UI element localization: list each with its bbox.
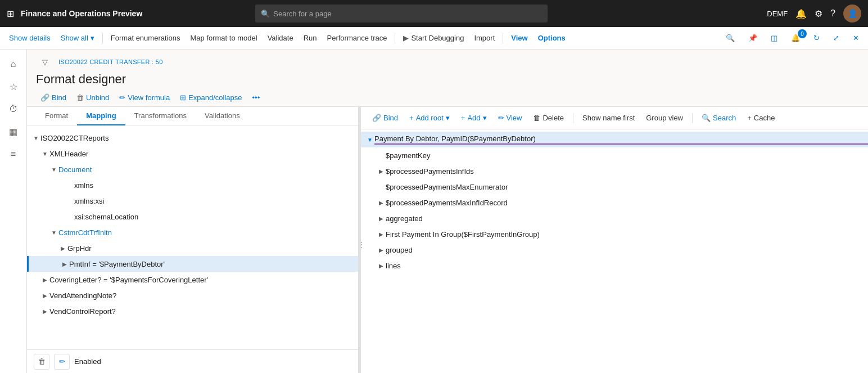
add-root-button[interactable]: + Add root ▾ — [405, 111, 454, 124]
tree-item-xmlheader[interactable]: ▼ XMLHeader — [27, 146, 358, 161]
right-pane: 🔗 Bind + Add root ▾ + Add ▾ ✏ — [361, 107, 868, 373]
tab-mapping[interactable]: Mapping — [77, 107, 125, 125]
sidebar-icon-table[interactable]: ▦ — [3, 122, 24, 142]
split-pane: Format Mapping Transformations Validatio… — [27, 107, 868, 373]
tab-validations[interactable]: Validations — [196, 107, 249, 125]
link-icon: 🔗 — [40, 93, 49, 102]
designer-toolbar: 🔗 Bind 🗑 Unbind ✏ View formula ⊞ Expand/… — [27, 89, 868, 107]
tree-item-pmtinf[interactable]: ▶ PmtInf = '$PaymentByDebtor' — [27, 256, 358, 272]
delete-bottom-button[interactable]: 🗑 — [34, 354, 49, 370]
toolbar-search-icon[interactable]: 🔍 — [721, 32, 739, 44]
map-item-lines[interactable]: ▶ lines — [361, 258, 868, 273]
tree-item-vend-attend[interactable]: ▶ VendAttendingNote? — [27, 287, 358, 303]
delete-map-button[interactable]: 🗑 Delete — [528, 111, 568, 124]
bind-button[interactable]: 🔗 Bind — [36, 91, 71, 104]
expand-collapse-button[interactable]: ⊞ Expand/collapse — [175, 91, 246, 104]
map-item-payment-key[interactable]: $paymentKey — [361, 147, 868, 163]
expand-icon-grp: ▶ — [377, 245, 386, 254]
pane-splitter[interactable] — [359, 107, 361, 373]
tab-format[interactable]: Format — [36, 107, 77, 125]
tree-item-xmlns-xsi[interactable]: xmlns:xsi — [27, 193, 358, 209]
view-button[interactable]: View — [507, 32, 532, 44]
map-item-processed-inf[interactable]: ▶ $processedPaymentsInfIds — [361, 163, 868, 179]
group-view-button[interactable]: Group view — [641, 111, 688, 124]
map-item-first-payment[interactable]: ▶ First Payment In Group($FirstPaymentIn… — [361, 226, 868, 242]
expand-icon-pmr: ▶ — [377, 198, 386, 207]
avatar[interactable]: 👤 — [843, 5, 861, 23]
tree-item-cstmr[interactable]: ▼ CstmrCdtTrfInitn — [27, 224, 358, 240]
breadcrumb: ISO20022 CREDIT TRANSFER : 50 — [58, 59, 163, 65]
tree-item-document[interactable]: ▼ Document — [27, 161, 358, 177]
show-details-button[interactable]: Show details — [4, 32, 55, 44]
page-header: ▽ ISO20022 CREDIT TRANSFER : 50 Format d… — [27, 50, 868, 89]
search-icon: 🔍 — [261, 10, 270, 18]
sidebar-icon-list[interactable]: ≡ — [3, 144, 24, 164]
mapping-bind-button[interactable]: 🔗 Bind — [368, 111, 403, 124]
pin-icon[interactable]: 📌 — [744, 32, 762, 44]
left-pane: Format Mapping Transformations Validatio… — [27, 107, 359, 373]
search-map-button[interactable]: 🔍 Search — [697, 111, 740, 124]
gear-icon[interactable]: ⚙ — [815, 8, 822, 19]
help-icon[interactable]: ? — [830, 8, 835, 19]
bell-icon[interactable]: 🔔 — [795, 8, 807, 19]
tree-item-xsi-schema[interactable]: xsi:schemaLocation — [27, 209, 358, 224]
search-bar[interactable]: 🔍 — [255, 5, 548, 23]
expand-icon-ppi: ▶ — [377, 167, 386, 176]
map-item-payment-by-debtor[interactable]: ▼ Payment By Debtor, PaymID($PaymentByDe… — [361, 132, 868, 147]
tree-item-root[interactable]: ▼ ISO20022CTReports — [27, 130, 358, 146]
content-area: ▽ ISO20022 CREDIT TRANSFER : 50 Format d… — [27, 50, 868, 373]
sidebar-icon-home[interactable]: ⌂ — [3, 54, 24, 74]
tab-transformations[interactable]: Transformations — [125, 107, 196, 125]
import-button[interactable]: Import — [469, 32, 499, 44]
tree-item-xmlns[interactable]: xmlns — [27, 177, 358, 193]
show-all-chevron-icon: ▾ — [91, 34, 94, 42]
cache-button[interactable]: + Cache — [743, 111, 779, 124]
unbind-button[interactable]: 🗑 Unbind — [72, 91, 114, 104]
more-options-button[interactable]: ••• — [248, 91, 265, 104]
validate-button[interactable]: Validate — [263, 32, 298, 44]
tree-item-covering[interactable]: ▶ CoveringLetter? = '$PaymentsForCoverin… — [27, 272, 358, 287]
run-button[interactable]: Run — [299, 32, 322, 44]
map-item-processed-max-inf[interactable]: ▶ $processedPaymentsMaxInfIdRecord — [361, 195, 868, 210]
expand-icon-lines: ▶ — [377, 261, 386, 270]
view-icon: ✏ — [498, 114, 504, 122]
map-item-grouped[interactable]: ▶ grouped — [361, 242, 868, 258]
trash-icon: 🗑 — [76, 93, 84, 102]
sidebar-icon-history[interactable]: ⏱ — [3, 99, 24, 119]
expand-icon-covering: ▶ — [40, 275, 49, 284]
expand-icon-pbd: ▼ — [365, 135, 374, 144]
sidebar-icon-star[interactable]: ☆ — [3, 77, 24, 97]
search-input[interactable] — [273, 10, 542, 18]
tree-item-vend-control[interactable]: ▶ VendControlReport? — [27, 303, 358, 319]
spacer-xsi — [65, 212, 74, 221]
map-format-button[interactable]: Map format to model — [186, 32, 261, 44]
map-item-processed-max-enum[interactable]: $processedPaymentsMaxEnumerator — [361, 179, 868, 195]
format-enumerations-button[interactable]: Format enumerations — [106, 32, 185, 44]
refresh-icon[interactable]: ↻ — [809, 32, 824, 44]
show-all-button[interactable]: Show all ▾ — [56, 32, 99, 44]
grid-icon[interactable]: ⊞ — [7, 8, 14, 19]
add-root-icon: + — [409, 114, 414, 122]
sidebar-toggle-icon[interactable]: ◫ — [766, 32, 782, 44]
mapping-toolbar: 🔗 Bind + Add root ▾ + Add ▾ ✏ — [361, 107, 868, 129]
map-item-aggregated[interactable]: ▶ aggregated — [361, 210, 868, 226]
edit-bottom-button[interactable]: ✏ — [54, 354, 70, 370]
expand-icon-vend-control: ▶ — [40, 307, 49, 316]
show-name-first-button[interactable]: Show name first — [578, 111, 639, 124]
expand-icon-agg: ▶ — [377, 214, 386, 223]
start-debugging-button[interactable]: ▶ Start Debugging — [399, 32, 468, 44]
view-map-button[interactable]: ✏ View — [494, 111, 527, 124]
filter-icon[interactable]: ▽ — [36, 53, 54, 71]
performance-trace-button[interactable]: Performance trace — [323, 32, 392, 44]
expand-icon-root: ▼ — [31, 133, 40, 142]
close-icon[interactable]: ✕ — [848, 32, 864, 44]
notification-count: 0 — [798, 29, 807, 38]
view-formula-button[interactable]: ✏ View formula — [115, 91, 174, 104]
notification-badge-wrap: 🔔 0 — [786, 32, 804, 44]
tree-item-grphdr[interactable]: ▶ GrpHdr — [27, 240, 358, 256]
add-button[interactable]: + Add ▾ — [456, 111, 491, 124]
app-title: Finance and Operations Preview — [21, 9, 142, 18]
expand-icon[interactable]: ⤢ — [829, 32, 844, 44]
options-button[interactable]: Options — [534, 32, 570, 44]
main-layout: ⌂ ☆ ⏱ ▦ ≡ ▽ ISO20022 CREDIT TRANSFER : 5… — [0, 50, 868, 373]
